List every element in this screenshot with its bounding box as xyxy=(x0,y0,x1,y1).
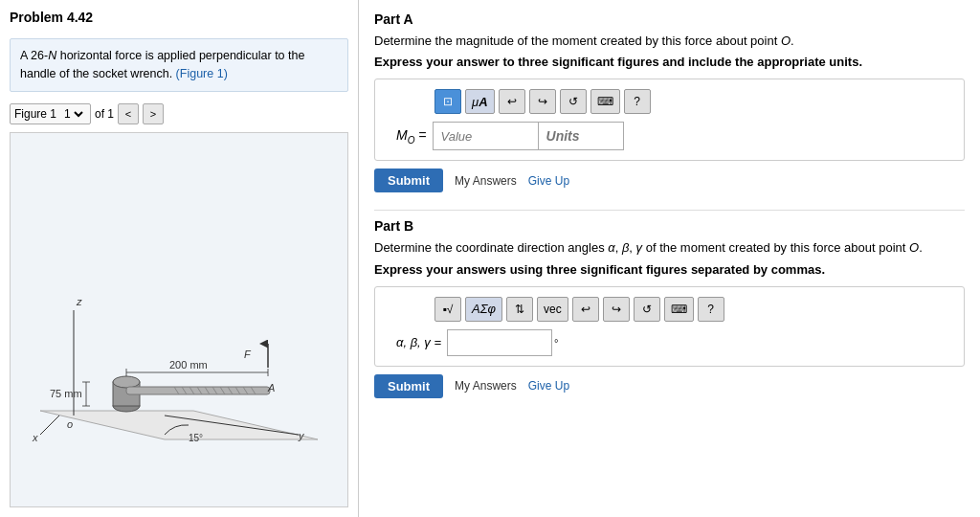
problem-title: Problem 4.42 xyxy=(10,10,348,25)
matrix-button-a[interactable]: ⊡ xyxy=(434,89,461,114)
svg-text:75 mm: 75 mm xyxy=(50,388,82,399)
part-a-title: Part A xyxy=(374,11,965,27)
arrows-icon-b: ⇅ xyxy=(515,303,524,316)
figure-next-button[interactable]: > xyxy=(143,103,164,124)
alpha-label: α, β, γ = xyxy=(396,335,441,349)
svg-text:A: A xyxy=(267,382,275,393)
keyboard-button-b[interactable]: ⌨ xyxy=(664,297,694,322)
redo-button-a[interactable]: ↪ xyxy=(529,89,556,114)
part-b-instruction: Express your answers using three signifi… xyxy=(374,261,965,279)
degree-symbol: ° xyxy=(554,337,558,348)
part-a-answer-box: ⊡ μA ↩ ↪ ↺ ⌨ ? xyxy=(374,79,965,161)
redo-icon-a: ↪ xyxy=(538,95,547,108)
sigma-button-b[interactable]: ΑΣφ xyxy=(465,297,502,322)
figure-controls: Figure 1 1 of 1 < > xyxy=(10,103,348,124)
help-icon-a: ? xyxy=(634,95,640,108)
mu-icon-a: μA xyxy=(472,95,488,109)
matrix-icon-b: ▪√ xyxy=(443,303,454,316)
svg-text:z: z xyxy=(76,296,82,307)
svg-text:15°: 15° xyxy=(189,433,203,443)
matrix-icon-a: ⊡ xyxy=(443,95,453,108)
right-panel: Part A Determine the magnitude of the mo… xyxy=(359,0,980,517)
refresh-icon-b: ↺ xyxy=(642,303,652,316)
figure-prev-button[interactable]: < xyxy=(118,103,139,124)
svg-text:x: x xyxy=(32,432,38,443)
refresh-button-b[interactable]: ↺ xyxy=(634,297,660,322)
give-up-link-a[interactable]: Give Up xyxy=(528,174,569,188)
part-b-toolbar: ▪√ ΑΣφ ⇅ vec ↩ ↪ ↺ xyxy=(434,297,952,322)
part-b-answer-box: ▪√ ΑΣφ ⇅ vec ↩ ↪ ↺ xyxy=(374,286,965,367)
my-answers-label-b: My Answers xyxy=(455,379,517,393)
submit-button-a[interactable]: Submit xyxy=(374,169,443,192)
problem-text: A 26-N horizontal force is applied perpe… xyxy=(20,49,304,80)
give-up-link-b[interactable]: Give Up xyxy=(528,379,569,393)
matrix-button-b[interactable]: ▪√ xyxy=(434,297,461,322)
part-a-section: Part A Determine the magnitude of the mo… xyxy=(374,11,965,192)
part-b-title: Part B xyxy=(374,218,965,234)
undo-icon-a: ↩ xyxy=(507,95,517,108)
refresh-button-a[interactable]: ↺ xyxy=(560,89,587,114)
part-a-question: Determine the magnitude of the moment cr… xyxy=(374,33,965,50)
keyboard-icon-a: ⌨ xyxy=(597,95,613,108)
figure-of-label: of 1 xyxy=(95,107,114,121)
figure-select-wrapper: Figure 1 1 xyxy=(10,103,91,124)
redo-button-b[interactable]: ↪ xyxy=(603,297,630,322)
value-input-a[interactable] xyxy=(433,122,538,150)
figure-link[interactable]: (Figure 1) xyxy=(176,67,228,80)
part-b-question: Determine the coordinate direction angle… xyxy=(374,239,965,257)
part-a-instruction: Express your answer to three significant… xyxy=(374,54,965,71)
undo-button-a[interactable]: ↩ xyxy=(499,89,525,114)
svg-text:200 mm: 200 mm xyxy=(169,359,208,371)
problem-description: A 26-N horizontal force is applied perpe… xyxy=(10,38,348,92)
svg-point-11 xyxy=(113,376,140,388)
keyboard-button-a[interactable]: ⌨ xyxy=(590,89,620,114)
undo-button-b[interactable]: ↩ xyxy=(572,297,599,322)
figure-label: Figure 1 xyxy=(14,107,56,121)
part-divider xyxy=(374,210,965,211)
part-a-input-row: MO = xyxy=(396,122,952,150)
left-panel: Problem 4.42 A 26-N horizontal force is … xyxy=(0,0,359,517)
part-b-section: Part B Determine the coordinate directio… xyxy=(374,218,965,397)
part-a-submit-row: Submit My Answers Give Up xyxy=(374,169,965,192)
sigma-icon-b: ΑΣφ xyxy=(472,302,496,316)
help-button-b[interactable]: ? xyxy=(698,297,724,322)
help-button-a[interactable]: ? xyxy=(624,89,651,114)
svg-text:F: F xyxy=(244,348,252,360)
vec-icon-b: vec xyxy=(544,303,562,316)
part-a-toolbar: ⊡ μA ↩ ↪ ↺ ⌨ ? xyxy=(434,89,952,114)
undo-icon-b: ↩ xyxy=(581,303,590,316)
alpha-input-b[interactable] xyxy=(447,329,552,356)
svg-text:o: o xyxy=(67,418,73,430)
vec-button-b[interactable]: vec xyxy=(537,297,568,322)
mu-button-a[interactable]: μA xyxy=(465,89,495,114)
keyboard-icon-b: ⌨ xyxy=(671,303,687,316)
refresh-icon-a: ↺ xyxy=(568,95,578,108)
svg-marker-0 xyxy=(40,411,318,439)
part-b-input-row: α, β, γ = ° xyxy=(396,329,952,356)
figure-image: x y z 15° o xyxy=(10,132,348,508)
wrench-diagram: x y z 15° o xyxy=(21,181,337,459)
submit-button-b[interactable]: Submit xyxy=(374,374,443,398)
arrows-button-b[interactable]: ⇅ xyxy=(506,297,533,322)
mo-label: MO = xyxy=(396,127,427,146)
figure-select[interactable]: 1 xyxy=(60,106,86,122)
my-answers-label-a: My Answers xyxy=(455,174,517,188)
part-b-submit-row: Submit My Answers Give Up xyxy=(374,374,965,398)
units-input-a[interactable] xyxy=(538,122,624,150)
help-icon-b: ? xyxy=(707,303,714,316)
svg-line-1 xyxy=(40,416,59,435)
redo-icon-b: ↪ xyxy=(612,303,621,316)
